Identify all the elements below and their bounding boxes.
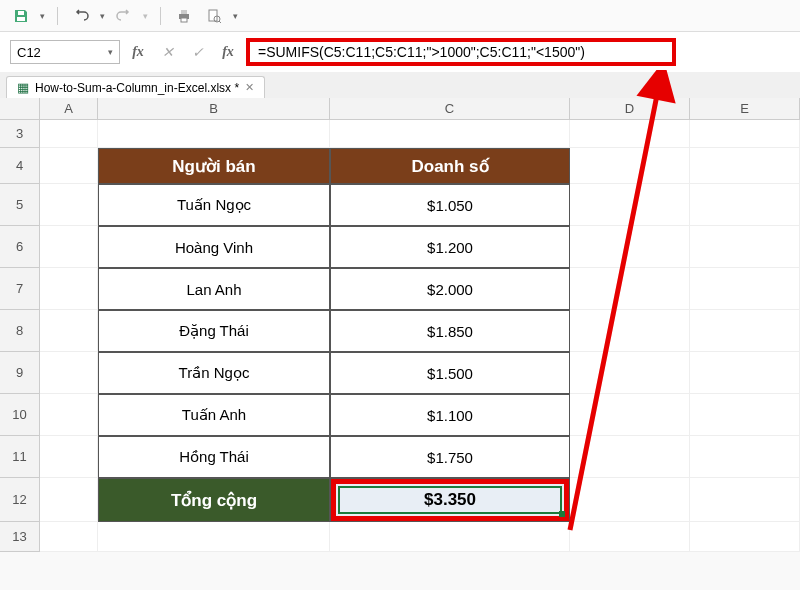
cell[interactable] xyxy=(570,184,690,226)
cell[interactable]: Trần Ngọc xyxy=(98,352,330,394)
cell[interactable] xyxy=(98,120,330,148)
select-all-corner[interactable] xyxy=(0,98,40,120)
cell[interactable]: $1.100 xyxy=(330,394,570,436)
cell[interactable] xyxy=(40,522,98,552)
save-button[interactable] xyxy=(10,5,32,27)
cell[interactable] xyxy=(570,268,690,310)
cell[interactable] xyxy=(40,394,98,436)
cell[interactable]: Hoàng Vinh xyxy=(98,226,330,268)
column-header[interactable]: B xyxy=(98,98,330,120)
cell[interactable]: Đặng Thái xyxy=(98,310,330,352)
cell[interactable] xyxy=(570,120,690,148)
cell[interactable]: Lan Anh xyxy=(98,268,330,310)
row-header[interactable]: 5 xyxy=(0,184,40,226)
cell[interactable]: $1.050 xyxy=(330,184,570,226)
cell[interactable] xyxy=(570,522,690,552)
table-header-cell[interactable]: Doanh số xyxy=(330,148,570,184)
quick-access-toolbar: ▾ ▾ ▾ ▾ xyxy=(0,0,800,32)
row-header[interactable]: 3 xyxy=(0,120,40,148)
cell[interactable] xyxy=(570,148,690,184)
row-header[interactable]: 9 xyxy=(0,352,40,394)
print-button[interactable] xyxy=(173,5,195,27)
formula-input[interactable]: =SUMIFS(C5:C11;C5:C11;">1000";C5:C11;"<1… xyxy=(246,38,676,66)
cell[interactable] xyxy=(40,184,98,226)
row-header[interactable]: 10 xyxy=(0,394,40,436)
workbook-tabs: ▦ How-to-Sum-a-Column_in-Excel.xlsx * ✕ xyxy=(0,72,800,98)
cell[interactable] xyxy=(40,226,98,268)
cell[interactable] xyxy=(690,120,800,148)
table-header-cell[interactable]: Người bán xyxy=(98,148,330,184)
cell[interactable]: $2.000 xyxy=(330,268,570,310)
column-header[interactable]: C xyxy=(330,98,570,120)
cell[interactable] xyxy=(330,120,570,148)
total-label-cell[interactable]: Tổng cộng xyxy=(98,478,330,522)
cell[interactable] xyxy=(40,310,98,352)
svg-line-7 xyxy=(219,21,221,23)
svg-rect-5 xyxy=(209,10,217,21)
cell[interactable] xyxy=(330,522,570,552)
cell[interactable] xyxy=(570,478,690,522)
cell[interactable] xyxy=(40,120,98,148)
cell[interactable] xyxy=(40,268,98,310)
cell[interactable] xyxy=(690,394,800,436)
spreadsheet-grid[interactable]: A B C D E 3 4Người bánDoanh số 5Tuấn Ngọ… xyxy=(0,98,800,552)
cell[interactable]: $1.850 xyxy=(330,310,570,352)
row-header[interactable]: 11 xyxy=(0,436,40,478)
cell[interactable] xyxy=(690,522,800,552)
formula-bar-row: C12 ▾ fx ✕ ✓ fx =SUMIFS(C5:C11;C5:C11;">… xyxy=(0,32,800,72)
row-header[interactable]: 12 xyxy=(0,478,40,522)
cell[interactable]: $1.200 xyxy=(330,226,570,268)
row-header[interactable]: 8 xyxy=(0,310,40,352)
row-header[interactable]: 7 xyxy=(0,268,40,310)
cell[interactable]: $1.750 xyxy=(330,436,570,478)
cell[interactable]: Tuấn Anh xyxy=(98,394,330,436)
cell[interactable] xyxy=(690,184,800,226)
dropdown-icon[interactable]: ▾ xyxy=(100,11,105,21)
column-header[interactable]: E xyxy=(690,98,800,120)
svg-rect-0 xyxy=(17,17,25,21)
dropdown-icon[interactable]: ▾ xyxy=(40,11,45,21)
svg-rect-1 xyxy=(18,11,24,15)
row-header[interactable]: 6 xyxy=(0,226,40,268)
dropdown-icon[interactable]: ▾ xyxy=(143,11,148,21)
dropdown-icon[interactable]: ▾ xyxy=(233,11,238,21)
cell[interactable] xyxy=(98,522,330,552)
cell[interactable] xyxy=(690,226,800,268)
cell[interactable] xyxy=(690,310,800,352)
cancel-formula-button[interactable]: ✕ xyxy=(156,41,180,63)
fx-button[interactable]: fx xyxy=(126,41,150,63)
cell[interactable] xyxy=(690,436,800,478)
print-preview-button[interactable] xyxy=(203,5,225,27)
cell[interactable] xyxy=(570,352,690,394)
workbook-tab-label: How-to-Sum-a-Column_in-Excel.xlsx * xyxy=(35,81,239,95)
cell[interactable] xyxy=(40,148,98,184)
cell[interactable]: Tuấn Ngọc xyxy=(98,184,330,226)
undo-button[interactable] xyxy=(70,5,92,27)
name-box[interactable]: C12 ▾ xyxy=(10,40,120,64)
accept-formula-button[interactable]: ✓ xyxy=(186,41,210,63)
cell[interactable] xyxy=(570,226,690,268)
cell[interactable] xyxy=(570,394,690,436)
cell[interactable] xyxy=(40,352,98,394)
cell[interactable] xyxy=(690,268,800,310)
workbook-tab[interactable]: ▦ How-to-Sum-a-Column_in-Excel.xlsx * ✕ xyxy=(6,76,265,98)
cell[interactable] xyxy=(690,478,800,522)
close-icon[interactable]: ✕ xyxy=(245,81,254,94)
chevron-down-icon[interactable]: ▾ xyxy=(108,47,113,57)
column-header[interactable]: D xyxy=(570,98,690,120)
cell[interactable]: $1.500 xyxy=(330,352,570,394)
cell[interactable] xyxy=(570,436,690,478)
row-header[interactable]: 13 xyxy=(0,522,40,552)
column-header[interactable]: A xyxy=(40,98,98,120)
cell[interactable]: Hồng Thái xyxy=(98,436,330,478)
total-value-cell[interactable]: $3.350 xyxy=(330,478,570,522)
cell[interactable] xyxy=(40,436,98,478)
fill-handle[interactable] xyxy=(559,511,565,517)
row-header[interactable]: 4 xyxy=(0,148,40,184)
cell[interactable] xyxy=(690,148,800,184)
svg-rect-3 xyxy=(181,10,187,14)
redo-button[interactable] xyxy=(113,5,135,27)
cell[interactable] xyxy=(570,310,690,352)
cell[interactable] xyxy=(40,478,98,522)
cell[interactable] xyxy=(690,352,800,394)
